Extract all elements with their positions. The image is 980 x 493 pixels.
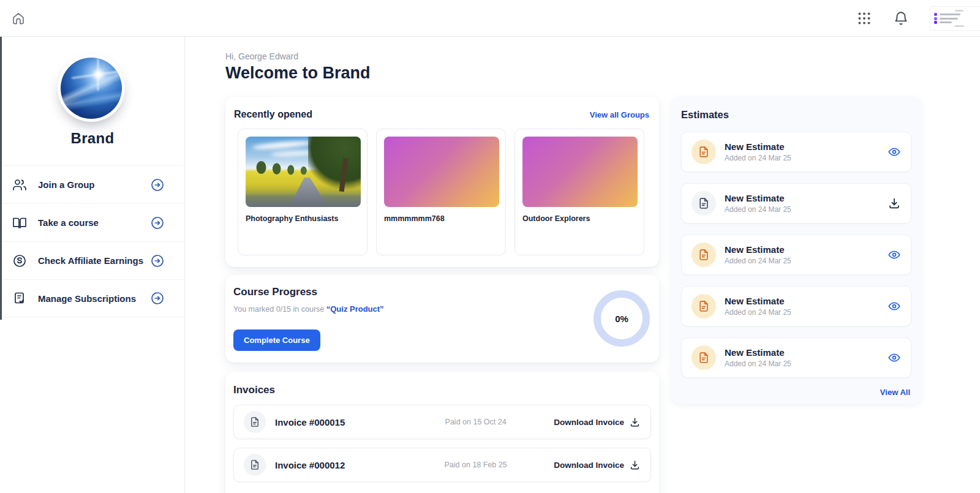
greeting-text: Hi, George Edward: [225, 51, 298, 61]
group-name: Photography Enthusiasts: [246, 214, 360, 223]
estimate-date: Added on 24 Mar 25: [725, 205, 888, 214]
page-title: Welcome to Brand: [225, 64, 371, 83]
group-name: Outdoor Explorers: [522, 214, 636, 223]
estimate-title: New Estimate: [725, 296, 888, 306]
arrow-circle-right-icon: [150, 216, 165, 230]
view-estimate-eye-icon[interactable]: [888, 299, 901, 313]
left-edge-strip: [0, 37, 2, 320]
estimate-file-icon: [692, 345, 716, 370]
sidebar-item-label: Take a course: [38, 217, 150, 228]
estimate-row: New Estimate Added on 24 Mar 25: [681, 286, 911, 326]
apps-grid-icon[interactable]: [856, 10, 872, 26]
sidebar-item-join-a-group[interactable]: Join a Group: [0, 165, 184, 203]
sidebar-item-check-affiliate-earnings[interactable]: Check Affiliate Earnings: [0, 241, 184, 279]
estimate-file-icon: [692, 243, 716, 267]
subscription-doc-icon: [12, 291, 27, 306]
sidebar-item-label: Manage Subscriptions: [38, 293, 150, 304]
course-progress-title: Course Progress: [233, 286, 649, 298]
download-icon: [629, 459, 641, 471]
earth-swirl-decoration: [61, 58, 122, 119]
course-progress-card: Course Progress You marked 0/15 in cours…: [225, 275, 659, 363]
invoices-card: Invoices Invoice #000015 Paid on 15 Oct …: [225, 372, 659, 493]
course-progress-subtitle: You marked 0/15 in course: [233, 305, 324, 314]
group-thumbnail-gradient: [384, 137, 499, 207]
estimate-file-icon: [692, 294, 716, 318]
estimate-title: New Estimate: [725, 141, 888, 152]
estimate-date: Added on 24 Mar 25: [725, 359, 888, 368]
group-card-photography-enthusiasts[interactable]: Photography Enthusiasts: [238, 129, 368, 255]
view-estimate-eye-icon[interactable]: [888, 351, 901, 364]
download-estimate-icon[interactable]: [888, 197, 901, 210]
estimate-date: Added on 24 Mar 25: [725, 308, 888, 317]
recently-opened-card: Recently opened View all Groups Photogra…: [225, 97, 659, 267]
estimate-file-icon: [692, 140, 716, 164]
sidebar-item-label: Join a Group: [38, 179, 150, 190]
sun-flare-decoration: [97, 59, 99, 91]
main-content: Hi, George Edward Welcome to Brand Recen…: [185, 37, 980, 493]
group-thumbnail-landscape-photo: [246, 137, 361, 207]
brand-name: Brand: [0, 130, 185, 147]
arrow-circle-right-icon: [150, 291, 165, 306]
dollar-circle-icon: [12, 254, 27, 268]
download-icon: [629, 416, 641, 428]
estimate-row: New Estimate Added on 24 Mar 25: [681, 337, 911, 378]
download-invoice-label: Download Invoice: [554, 418, 624, 427]
invoice-number: Invoice #000015: [275, 417, 398, 427]
progress-percent: 0%: [615, 314, 628, 324]
estimate-title: New Estimate: [725, 193, 888, 203]
estimate-row: New Estimate Added on 24 Mar 25: [681, 235, 911, 275]
group-thumbnail-gradient: [522, 137, 638, 207]
invoice-row: Invoice #000012 Paid on 18 Feb 25 Downlo…: [233, 448, 651, 482]
invoice-file-icon: [244, 411, 266, 433]
view-estimate-eye-icon[interactable]: [888, 145, 901, 159]
invoice-row: Invoice #000015 Paid on 15 Oct 24 Downlo…: [233, 405, 651, 439]
sidebar-item-label: Check Affiliate Earnings: [38, 255, 150, 266]
brand-logo[interactable]: [61, 58, 122, 119]
estimate-date: Added on 24 Mar 25: [725, 154, 888, 162]
estimate-row: New Estimate Added on 24 Mar 25: [681, 132, 911, 172]
estimate-row: New Estimate Added on 24 Mar 25: [681, 183, 911, 224]
view-all-groups-link[interactable]: View all Groups: [590, 110, 649, 119]
invoice-number: Invoice #000012: [275, 460, 398, 470]
invoices-title: Invoices: [233, 384, 651, 396]
profile-widget-thumbnail[interactable]: [930, 6, 980, 31]
arrow-circle-right-icon: [150, 254, 165, 268]
sidebar-item-manage-subscriptions[interactable]: Manage Subscriptions: [0, 279, 184, 317]
group-cards: Photography Enthusiasts mmmmmmm768 Outdo…: [225, 120, 659, 255]
invoice-file-icon: [244, 454, 266, 476]
estimate-date: Added on 24 Mar 25: [725, 257, 888, 265]
open-book-icon: [12, 216, 27, 230]
arrow-circle-right-icon: [150, 178, 165, 192]
view-all-estimates-link[interactable]: View All: [880, 388, 910, 397]
estimate-title: New Estimate: [725, 347, 888, 358]
estimates-title: Estimates: [681, 109, 911, 121]
sidebar-menu: Join a Group Take a course: [0, 165, 184, 317]
estimate-title: New Estimate: [725, 244, 888, 255]
users-icon: [12, 178, 27, 192]
sidebar: Brand Join a Group: [0, 37, 185, 493]
invoice-paid-status: Paid on 15 Oct 24: [398, 418, 554, 426]
group-card-mmmmmmm768[interactable]: mmmmmmm768: [376, 129, 506, 255]
invoice-paid-status: Paid on 18 Feb 25: [398, 461, 554, 469]
home-icon[interactable]: [11, 11, 26, 26]
download-invoice-button[interactable]: Download Invoice: [554, 416, 641, 428]
notification-bell-icon[interactable]: [893, 10, 909, 26]
estimate-file-icon: [692, 191, 716, 216]
recently-opened-title: Recently opened: [234, 109, 312, 120]
view-estimate-eye-icon[interactable]: [888, 248, 901, 262]
estimates-panel: Estimates New Estimate Added on 24 Mar 2…: [671, 97, 921, 404]
complete-course-button[interactable]: Complete Course: [233, 329, 320, 351]
top-bar: [0, 0, 980, 37]
download-invoice-label: Download Invoice: [554, 461, 624, 470]
topbar-actions: [856, 0, 980, 37]
group-card-outdoor-explorers[interactable]: Outdoor Explorers: [514, 129, 644, 255]
group-name: mmmmmmm768: [384, 214, 498, 223]
sidebar-item-take-a-course[interactable]: Take a course: [0, 203, 184, 241]
download-invoice-button[interactable]: Download Invoice: [554, 459, 641, 471]
course-name-link[interactable]: “Quiz Product”: [326, 304, 384, 314]
progress-donut: 0%: [594, 290, 650, 347]
